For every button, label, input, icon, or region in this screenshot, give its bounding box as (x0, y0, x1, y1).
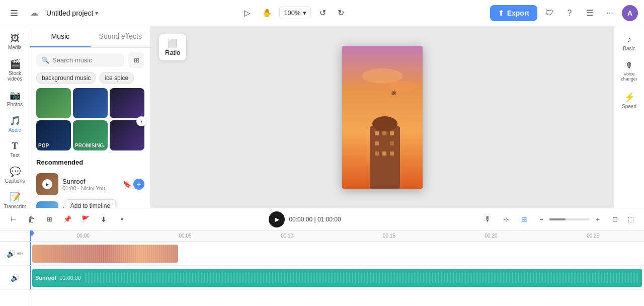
ratio-label: Ratio (165, 49, 180, 56)
sidebar-item-audio[interactable]: 🎵 Audio (3, 112, 28, 136)
sidebar-item-stock-videos-label: Stock videos (5, 70, 26, 82)
export-button[interactable]: ⬆ Export (490, 5, 537, 21)
ruler-mark-5: 00:25 (542, 233, 644, 239)
track-thumb-sunroof: ▶ (36, 173, 58, 195)
tab-music[interactable]: Music (30, 26, 91, 47)
undo-button[interactable]: ↺ (315, 5, 331, 21)
help-icon-button[interactable]: ? (561, 5, 578, 21)
audio-clip-waveform (84, 273, 639, 283)
tag-background-music[interactable]: background music (36, 72, 96, 84)
audio-clip-label: Sunroof (35, 275, 56, 281)
track-play-button-sunroof[interactable]: ▶ (42, 179, 52, 189)
timeline-pin-button[interactable]: 📌 (60, 212, 74, 226)
timeline-grid-button[interactable]: ⊹ (499, 212, 513, 226)
zoom-control[interactable]: 100% ▾ (279, 7, 310, 19)
timeline-flag-button[interactable]: 🚩 (78, 212, 93, 226)
queue-icon-button[interactable]: ☰ (582, 5, 598, 21)
ratio-button[interactable]: ⬜ Ratio (159, 34, 186, 60)
timeline-download-button[interactable]: ⬇ (97, 212, 111, 226)
logo-button[interactable] (6, 5, 22, 21)
genre-item-3[interactable]: POP (36, 120, 71, 150)
timeline-playhead[interactable] (30, 231, 31, 241)
zoom-out-button[interactable]: − (535, 213, 547, 225)
shield-icon-button[interactable]: 🛡 (541, 5, 557, 21)
add-to-timeline-button-sunroof[interactable]: + (133, 179, 144, 190)
filter-button[interactable]: ⊞ (128, 52, 144, 68)
right-panel-voice-changer[interactable]: 🎙 Voice changer (617, 57, 642, 86)
genre-item-1[interactable] (73, 88, 108, 118)
track-actions-sunroof: 🔖 + (123, 179, 144, 190)
video-clip[interactable] (32, 245, 178, 263)
svg-rect-9 (375, 141, 379, 145)
topbar-center: ▷ ✋ 100% ▾ ↺ ↻ (102, 5, 486, 21)
more-options-button[interactable]: ··· (602, 5, 618, 21)
cloud-icon: ☁ (30, 8, 38, 18)
timeline-ruler-marks: 00:00 00:05 00:10 00:15 00:20 00:25 (32, 233, 644, 239)
sidebar-item-captions-label: Captions (5, 178, 25, 184)
sidebar-item-stock-videos[interactable]: 🎬 Stock videos (3, 55, 28, 85)
sidebar-item-captions[interactable]: 💬 Captions (3, 163, 28, 187)
search-input[interactable] (52, 56, 119, 64)
timeline-split-button[interactable]: ⊢ (6, 212, 20, 226)
media-icon: 🖼 (11, 33, 20, 44)
play-icon: ▶ (275, 216, 279, 223)
canvas-preview: ✈ (342, 46, 423, 189)
ratio-icon: ⬜ (168, 38, 178, 48)
timeline-download-dropdown[interactable]: ▾ (115, 212, 129, 226)
tab-sound-effects[interactable]: Sound effects (91, 26, 151, 47)
search-input-wrap[interactable]: 🔍 (36, 53, 124, 67)
svg-rect-10 (390, 141, 394, 145)
topbar: ☁ Untitled project ▾ ▷ ✋ 100% ▾ ↺ ↻ ⬆ Ex… (0, 0, 644, 26)
recommended-section: Recommended ▶ Sunroof 01:00 · Nicky You.… (30, 155, 150, 208)
tags-row: background music ice spice (30, 72, 150, 88)
hand-tool-button[interactable]: ✋ (259, 5, 275, 21)
right-panel: ♪ Basic 🎙 Voice changer ⚡ Speed (614, 26, 644, 208)
track-item-sunroof[interactable]: ▶ Sunroof 01:00 · Nicky You... 🔖 + Add t… (36, 170, 144, 198)
project-title-area[interactable]: Untitled project ▾ (46, 9, 98, 17)
user-avatar[interactable]: A (622, 5, 638, 21)
timeline-snap-button[interactable]: ⊞ (517, 212, 531, 226)
sidebar-item-transcript[interactable]: 📝 Transcript (3, 189, 28, 208)
bookmark-button-sunroof[interactable]: 🔖 (123, 180, 131, 188)
audio-track-row: Sunroof 01:00:00 (30, 266, 644, 290)
timeline-delete-button[interactable]: 🗑 (24, 212, 38, 226)
timeline-ruler: 00:00 00:05 00:10 00:15 00:20 00:25 (30, 231, 644, 242)
track-thumb-inspiring (36, 201, 58, 208)
timeline-play-button[interactable]: ▶ (269, 211, 285, 227)
genre-item-0[interactable] (36, 88, 71, 118)
zoom-slider-fill (549, 218, 566, 220)
text-icon: T (12, 141, 18, 151)
select-tool-button[interactable]: ▷ (239, 5, 255, 21)
sidebar-item-media[interactable]: 🖼 Media (3, 30, 28, 53)
zoom-in-button[interactable]: + (592, 213, 604, 225)
timeline-fit-button[interactable]: ⊡ (608, 212, 622, 226)
redo-button[interactable]: ↻ (333, 5, 349, 21)
genre-item-2[interactable] (110, 88, 144, 118)
main-content: 🖼 Media 🎬 Stock videos 📷 Photos 🎵 Audio … (0, 26, 644, 208)
zoom-slider[interactable] (549, 218, 590, 220)
audio-clip-sunroof[interactable]: Sunroof 01:00:00 (32, 269, 642, 287)
audio-panel: Music Sound effects 🔍 ⊞ background music… (30, 26, 151, 208)
timeline-view-buttons: ⊡ ⬚ (608, 212, 638, 226)
canvas-area: ⬜ Ratio (151, 26, 614, 208)
search-icon: 🔍 (41, 56, 49, 64)
right-panel-basic[interactable]: ♪ Basic (617, 30, 642, 55)
sidebar-item-photos[interactable]: 📷 Photos (3, 87, 28, 110)
stock-videos-icon: 🎬 (10, 58, 21, 69)
export-icon: ⬆ (498, 9, 504, 17)
genre-item-4[interactable]: PROMISING (73, 120, 108, 150)
tag-ice-spice[interactable]: ice spice (99, 72, 134, 84)
undo-redo-group: ↺ ↻ (315, 5, 349, 21)
timeline-content: 🔊 ✏ 🔊 00:00 00:05 00:10 00:15 00:20 00:2… (0, 231, 644, 306)
sidebar-item-text[interactable]: T Text (3, 138, 28, 161)
sidebar-item-transcript-label: Transcript (4, 204, 26, 208)
edit-icon-video[interactable]: ✏ (17, 250, 23, 258)
right-panel-speed[interactable]: ⚡ Speed (617, 88, 642, 113)
timeline-group-button[interactable]: ⊞ (42, 212, 56, 226)
timeline-mic-button[interactable]: 🎙 (481, 212, 495, 226)
genre-next-button[interactable]: › (136, 116, 146, 126)
sidebar-item-photos-label: Photos (7, 102, 23, 107)
timeline-fullscreen-button[interactable]: ⬚ (624, 212, 638, 226)
audio-icon: 🎵 (10, 115, 21, 126)
audio-tabs: Music Sound effects (30, 26, 150, 48)
